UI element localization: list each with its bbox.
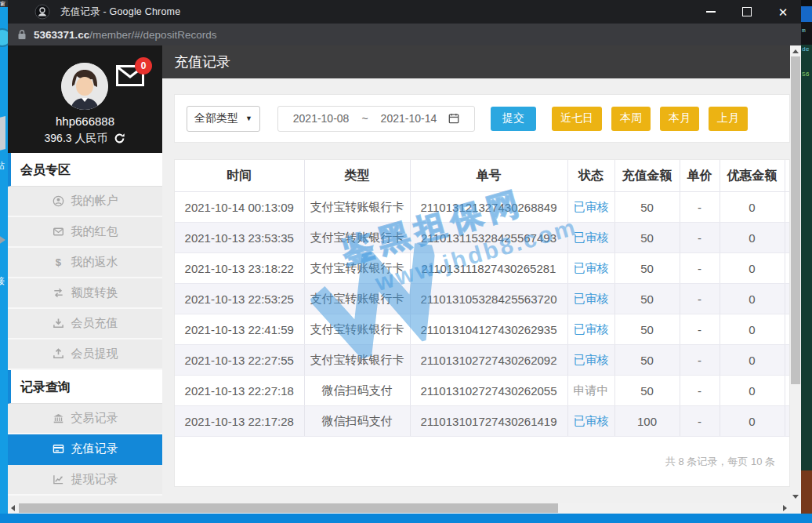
exchange-icon — [53, 287, 64, 299]
desktop-shape-fragment — [0, 116, 5, 152]
sidebar-item-withdraw-records[interactable]: 提现记录 — [8, 465, 162, 496]
cell-amount: 50 — [614, 345, 680, 376]
maximize-icon — [742, 7, 752, 16]
table-header-row: 时间类型单号状态充值金额单价优惠金额 — [175, 160, 790, 192]
cell-type: 支付宝转账银行卡 — [304, 345, 410, 376]
table-row: 2021-10-13 22:41:59支付宝转账银行卡2110131041274… — [175, 314, 790, 345]
column-header: 时间 — [175, 160, 304, 192]
bg-block — [801, 470, 812, 514]
balance-value: 396.3 人民币 — [45, 132, 108, 144]
quick-range-button[interactable]: 近七日 — [552, 107, 602, 131]
svg-text:$: $ — [55, 256, 61, 268]
cell-discount: 0 — [720, 406, 785, 437]
sidebar-item-member-deposit[interactable]: 会员充值 — [8, 309, 162, 340]
cell-time: 2021-10-13 22:41:59 — [175, 314, 304, 345]
sidebar-item-label: 提现记录 — [71, 472, 118, 487]
desktop-right-sliver: m de 56 — [801, 0, 812, 523]
desktop-left-sliver: 窗 站 接 — [0, 0, 8, 523]
scroll-down-icon[interactable] — [792, 495, 799, 499]
scroll-up-icon[interactable] — [792, 49, 799, 53]
lock-icon — [17, 29, 27, 40]
cell-time: 2021-10-13 22:27:18 — [175, 376, 304, 406]
mail-badge: 0 — [135, 57, 152, 74]
bg-text-fragment: m — [802, 27, 806, 34]
date-range-input[interactable]: 2021-10-08 ~ 2021-10-14 — [277, 106, 475, 132]
cell-time: 2021-10-13 22:53:25 — [175, 284, 304, 314]
cell-order-no: 211013104127430262935 — [410, 314, 567, 345]
sidebar-item-deposit-records[interactable]: 充值记录 — [8, 434, 162, 465]
globe-icon — [0, 28, 8, 47]
cell-clipped — [785, 314, 790, 345]
cell-clipped — [785, 253, 790, 284]
column-header: 充值金额 — [614, 160, 680, 192]
table-row: 2021-10-13 22:27:18微信扫码支付211013102727430… — [175, 376, 790, 406]
window-title: 充值记录 - Google Chrome — [60, 5, 180, 19]
quick-range-button[interactable]: 本月 — [660, 107, 699, 131]
sidebar-item-my-account[interactable]: 我的帐户 — [8, 187, 162, 217]
submit-button[interactable]: 提交 — [491, 107, 536, 131]
column-header: 状态 — [567, 160, 614, 192]
bg-block — [801, 6, 812, 22]
type-select-value: 全部类型 — [194, 111, 238, 125]
desktop-label-fragment: 接 — [0, 275, 5, 287]
horizontal-scrollbar-thumb[interactable] — [19, 503, 558, 513]
cell-type: 支付宝转账银行卡 — [304, 223, 410, 253]
sidebar-section-member-zone: 会员专区 — [8, 153, 162, 187]
type-select[interactable]: 全部类型 ▼ — [187, 106, 260, 132]
maximize-button[interactable] — [729, 0, 765, 24]
horizontal-scrollbar[interactable] — [8, 503, 790, 514]
sidebar-section-records-query: 记录查询 — [8, 370, 162, 404]
sidebar-item-label: 我的红包 — [71, 224, 118, 239]
url-path: /member/#/depositRecords — [89, 29, 216, 41]
minimize-button[interactable] — [693, 0, 729, 24]
close-button[interactable]: ✕ — [765, 0, 801, 24]
sidebar-item-label: 交易记录 — [71, 411, 118, 426]
cell-unit-price: - — [680, 253, 720, 284]
desktop-icon-fragment: 窗 — [0, 0, 8, 7]
sidebar-item-label: 充值记录 — [71, 441, 118, 456]
calendar-icon — [448, 113, 459, 124]
cell-unit-price: - — [680, 314, 720, 345]
vertical-scrollbar-thumb[interactable] — [791, 56, 800, 384]
vertical-scrollbar[interactable] — [790, 45, 801, 503]
cell-discount: 0 — [720, 192, 785, 223]
quick-range-button[interactable]: 上月 — [709, 107, 748, 131]
scroll-right-icon[interactable] — [783, 505, 787, 511]
sidebar-item-quota-transfer[interactable]: 额度转换 — [8, 278, 162, 309]
cell-discount: 0 — [720, 284, 785, 314]
avatar — [61, 63, 108, 110]
browser-window: 充值记录 - Google Chrome ✕ 5363371.cc/member… — [8, 0, 801, 514]
cell-order-no: 211013105328425563720 — [410, 284, 567, 314]
scroll-left-icon[interactable] — [11, 505, 15, 511]
sidebar-item-label: 额度转换 — [71, 285, 118, 300]
cell-order-no: 211013121327430268849 — [410, 192, 567, 223]
pagination-summary: 共 8 条记录，每页 10 条 — [175, 437, 789, 486]
sidebar-item-label: 我的帐户 — [71, 194, 118, 209]
sidebar-item-member-withdraw[interactable]: 会员提现 — [8, 340, 162, 370]
refresh-balance-icon[interactable] — [114, 133, 125, 147]
member-sidebar: 0 hhp666888 396.3 人民币 会员专区我的帐户我的红包$我的返水额… — [8, 45, 162, 503]
url-text: 5363371.cc/member/#/depositRecords — [34, 29, 216, 41]
address-bar[interactable]: 5363371.cc/member/#/depositRecords — [8, 24, 801, 45]
cell-unit-price: - — [680, 223, 720, 253]
window-titlebar: 充值记录 - Google Chrome ✕ — [8, 0, 801, 24]
cell-status: 已审核 — [567, 223, 614, 253]
cell-unit-price: - — [680, 376, 720, 406]
sidebar-item-label: 会员充值 — [71, 316, 118, 331]
quick-range-button[interactable]: 本周 — [611, 107, 651, 131]
dollar-icon: $ — [53, 256, 64, 268]
cell-unit-price: - — [680, 284, 720, 314]
table-row: 2021-10-13 22:53:25支付宝转账银行卡2110131053284… — [175, 284, 790, 314]
balance: 396.3 人民币 — [8, 132, 162, 147]
sidebar-item-my-redpacket[interactable]: 我的红包 — [8, 217, 162, 248]
cell-discount: 0 — [720, 376, 785, 406]
sidebar-item-transaction-records[interactable]: 交易记录 — [8, 404, 162, 434]
sidebar-item-my-rebate[interactable]: $我的返水 — [8, 248, 162, 278]
sidebar-item-label: 会员提现 — [71, 347, 118, 361]
cell-time: 2021-10-13 22:17:28 — [175, 406, 304, 437]
mail-button[interactable]: 0 — [116, 65, 144, 89]
deposit-records-table: 时间类型单号状态充值金额单价优惠金额 2021-10-14 00:13:09支付… — [175, 160, 790, 437]
cell-status: 已审核 — [567, 284, 614, 314]
profile-panel: 0 hhp666888 396.3 人民币 — [8, 45, 162, 153]
cell-order-no: 211013111827430265281 — [410, 253, 567, 284]
